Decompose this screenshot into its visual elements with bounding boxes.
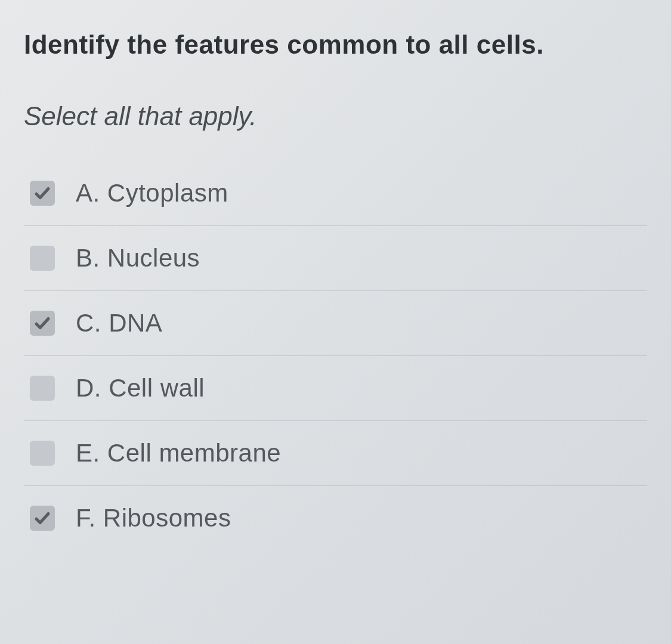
option-label-d: D. Cell wall	[76, 374, 205, 402]
option-label-a: A. Cytoplasm	[76, 179, 228, 208]
checkbox-e[interactable]	[30, 441, 55, 466]
check-icon	[33, 314, 51, 332]
checkbox-a[interactable]	[30, 181, 55, 206]
option-row-c[interactable]: C. DNA	[24, 291, 647, 356]
option-row-f[interactable]: F. Ribosomes	[24, 486, 647, 550]
checkbox-d[interactable]	[30, 376, 55, 401]
option-row-a[interactable]: A. Cytoplasm	[24, 161, 647, 226]
check-icon	[33, 509, 51, 527]
question-title: Identify the features common to all cell…	[24, 30, 647, 60]
option-label-f: F. Ribosomes	[76, 504, 231, 532]
checkbox-c[interactable]	[30, 311, 55, 336]
option-row-d[interactable]: D. Cell wall	[24, 356, 647, 421]
checkbox-b[interactable]	[30, 246, 55, 271]
checkbox-f[interactable]	[30, 506, 55, 531]
option-row-b[interactable]: B. Nucleus	[24, 226, 647, 291]
options-list: A. Cytoplasm B. Nucleus C. DNA D. Cell w…	[24, 161, 647, 550]
option-label-b: B. Nucleus	[76, 244, 200, 273]
option-label-c: C. DNA	[76, 309, 162, 338]
question-instruction: Select all that apply.	[24, 101, 647, 131]
option-row-e[interactable]: E. Cell membrane	[24, 421, 647, 486]
option-label-e: E. Cell membrane	[76, 439, 281, 467]
check-icon	[33, 184, 51, 202]
